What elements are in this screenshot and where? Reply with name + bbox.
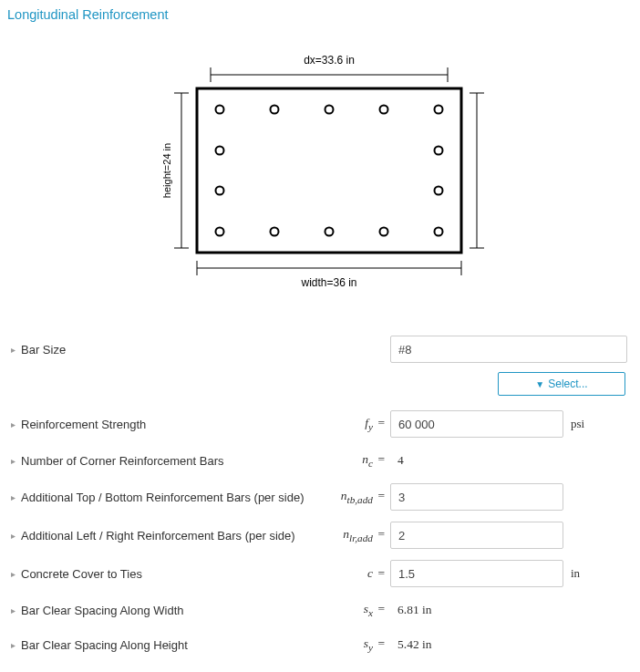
fy-symbol: fy = [326,416,390,432]
cross-section-diagram: dx=33.6 in height=24 in dy=21.6 in [7,38,633,294]
dx-label: dx=33.6 in [304,54,355,67]
bar-size-select-button[interactable]: ▼ Select... [498,372,625,396]
svg-point-14 [435,106,443,114]
width-label: width=36 in [300,276,356,289]
sx-label: Bar Clear Spacing Along Width [21,604,183,617]
cover-input[interactable] [390,560,563,587]
svg-point-11 [271,106,279,114]
sy-symbol: sy = [326,636,390,653]
svg-point-21 [216,187,224,195]
fy-input[interactable] [390,410,563,438]
chevron-right-icon: ▸ [11,531,15,541]
svg-point-10 [216,106,224,114]
fy-unit: psi [563,417,618,431]
reinforcement-strength-label: Reinforcement Strength [21,418,146,431]
bar-size-label: Bar Size [21,343,66,357]
select-button-label: Select... [548,377,587,390]
add-tb-label: Additional Top / Bottom Reinforcement Ba… [21,491,304,504]
c-symbol: c = [326,566,390,581]
svg-point-19 [435,228,443,236]
nlr-input[interactable] [390,522,563,549]
nc-value: 4 [390,453,404,468]
rebar-group [216,106,443,236]
svg-point-17 [325,228,334,236]
bar-size-input[interactable] [390,336,627,363]
cover-label: Concrete Cover to Ties [21,567,142,581]
svg-point-16 [271,228,279,236]
nlr-symbol: nlr,add = [326,527,390,543]
chevron-right-icon: ▸ [11,345,15,355]
ntb-input[interactable] [390,483,563,511]
chevron-right-icon: ▸ [11,640,15,650]
add-lr-label: Additional Left / Right Reinforcement Ba… [21,529,295,543]
height-label: height=24 in [161,143,172,198]
corner-bars-label: Number of Corner Reinforcement Bars [21,454,224,468]
section-title: Longitudinal Reinforcement [7,7,633,22]
sy-value: 5.42 in [390,637,432,652]
svg-point-22 [435,147,443,155]
chevron-right-icon: ▸ [11,605,15,615]
nc-symbol: nc = [326,452,390,469]
svg-point-12 [325,106,334,114]
cover-unit: in [563,566,618,581]
sx-symbol: sx = [326,602,390,618]
ntb-symbol: ntb,add = [326,489,390,505]
svg-point-13 [380,106,388,114]
svg-point-15 [216,228,224,236]
svg-point-18 [380,228,388,236]
chevron-right-icon: ▸ [11,456,15,466]
chevron-right-icon: ▸ [11,419,15,429]
sy-label: Bar Clear Spacing Along Height [21,638,188,652]
chevron-right-icon: ▸ [11,569,15,579]
chevron-right-icon: ▸ [11,492,15,502]
svg-point-23 [435,187,443,195]
diagram-svg: dx=33.6 in height=24 in dy=21.6 in [156,38,484,294]
svg-point-20 [216,147,224,155]
filter-icon: ▼ [535,379,544,389]
sx-value: 6.81 in [390,603,432,617]
